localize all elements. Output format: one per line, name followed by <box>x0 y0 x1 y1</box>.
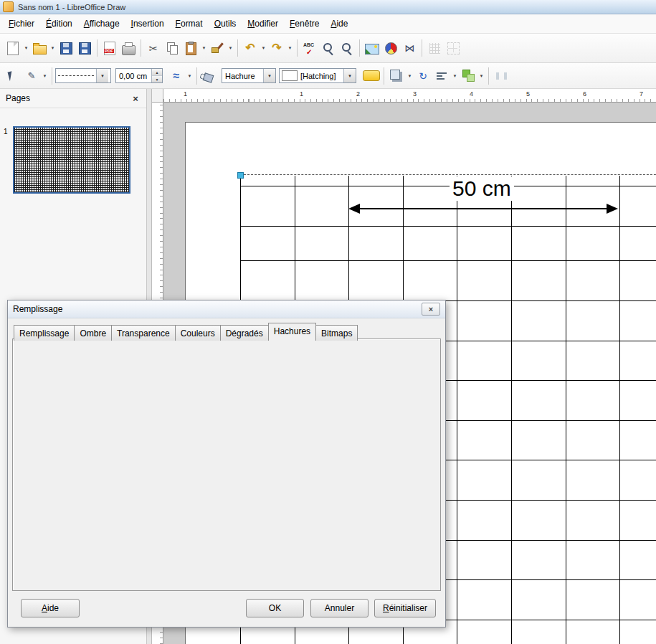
tab-couleurs[interactable]: Couleurs <box>175 325 221 341</box>
chevron-down-icon[interactable] <box>343 69 356 82</box>
arrange-button[interactable] <box>459 66 477 86</box>
insert-image-button[interactable] <box>363 38 381 58</box>
paint-bucket-icon <box>203 72 214 82</box>
image-icon <box>365 44 379 55</box>
tab-transparence[interactable]: Transparence <box>111 325 176 341</box>
dialog-tabs: Remplissage Ombre Transparence Couleurs … <box>14 323 357 341</box>
align-button[interactable] <box>432 66 451 86</box>
spelling-button[interactable] <box>300 38 319 58</box>
dialog-title-bar[interactable]: Remplissage <box>8 300 445 318</box>
tab-hachures[interactable]: Hachures <box>268 323 316 341</box>
menu-modifier[interactable]: Modifier <box>242 16 284 32</box>
menu-aide[interactable]: Aide <box>325 16 353 32</box>
edit-points-toggle-button[interactable]: ✎ <box>22 66 41 86</box>
ruler-number: 7 <box>640 90 643 98</box>
clone-formatting-dropdown[interactable] <box>227 38 234 58</box>
save-button[interactable] <box>57 38 75 58</box>
selection-handle[interactable] <box>237 172 244 179</box>
line-color-dropdown[interactable] <box>186 66 194 86</box>
fill-name-combobox[interactable]: [Hatching] <box>279 68 356 83</box>
line-style-combobox[interactable] <box>55 68 111 83</box>
area-color-icon <box>363 70 380 81</box>
ok-button[interactable]: OK <box>246 599 304 617</box>
menu-insertion[interactable]: Insertion <box>125 16 170 32</box>
menu-edition[interactable]: Édition <box>40 16 78 32</box>
distribute-button[interactable] <box>492 66 510 86</box>
select-tool-button[interactable] <box>4 66 22 86</box>
area-style-button[interactable] <box>362 66 381 86</box>
horizontal-ruler[interactable]: 1 1 2 3 4 5 6 7 <box>163 89 656 103</box>
distribute-icon <box>495 71 508 81</box>
toolbar-separator <box>422 39 422 57</box>
clipboard-icon <box>186 42 196 55</box>
dialog-close-button[interactable] <box>422 303 440 316</box>
zoom-button[interactable] <box>319 38 338 58</box>
tab-bitmaps[interactable]: Bitmaps <box>315 325 358 341</box>
dialog-title: Remplissage <box>13 304 62 314</box>
menu-fenetre[interactable]: Fenêtre <box>284 16 325 32</box>
menu-outils[interactable]: Outils <box>209 16 242 32</box>
edit-points-button[interactable]: ⋈ <box>400 38 419 58</box>
fill-name-value[interactable]: [Hatching] <box>298 72 343 80</box>
ruler-corner <box>152 89 163 103</box>
undo-button[interactable]: ↶ <box>241 38 260 58</box>
copy-button[interactable] <box>163 38 181 58</box>
fill-dialog: Remplissage Remplissage Ombre Transparen… <box>7 300 446 628</box>
magnifier-icon <box>323 42 335 55</box>
tab-remplissage[interactable]: Remplissage <box>14 325 75 341</box>
clone-formatting-button[interactable] <box>208 38 227 58</box>
menu-fichier[interactable]: Fichier <box>3 16 40 32</box>
save-as-button[interactable] <box>75 38 94 58</box>
new-drawing-dropdown[interactable] <box>22 38 30 58</box>
export-pdf-button[interactable] <box>100 38 119 58</box>
align-dropdown[interactable] <box>451 66 459 86</box>
open-button[interactable] <box>30 38 49 58</box>
fill-style-combobox[interactable]: Hachure <box>222 68 276 83</box>
save-icon <box>60 42 72 55</box>
redo-dropdown[interactable] <box>286 38 294 58</box>
reset-button[interactable]: Réinitialiser <box>374 599 436 617</box>
shadow-button[interactable] <box>387 66 406 86</box>
line-style-preview <box>58 75 94 76</box>
helplines-button[interactable] <box>444 38 462 58</box>
cancel-button[interactable]: Annuler <box>310 599 369 617</box>
line-width-spinbox[interactable]: 0,00 cm <box>115 68 163 83</box>
tab-degrades[interactable]: Dégradés <box>220 325 269 341</box>
pages-panel-header: Pages <box>0 89 146 108</box>
ruler-number: 4 <box>470 90 473 98</box>
menu-format[interactable]: Format <box>170 16 209 32</box>
arrange-dropdown[interactable] <box>477 66 485 86</box>
insert-chart-button[interactable] <box>381 38 400 58</box>
tab-ombre[interactable]: Ombre <box>74 325 112 341</box>
tab-content-frame <box>12 338 441 591</box>
menu-affichage[interactable]: Affichage <box>78 16 125 32</box>
redo-button[interactable]: ↷ <box>267 38 286 58</box>
area-fill-button[interactable] <box>200 66 219 86</box>
open-dropdown[interactable] <box>49 38 57 58</box>
display-grid-button[interactable] <box>425 38 444 58</box>
shadow-dropdown[interactable] <box>406 66 414 86</box>
helplines-icon <box>447 42 460 55</box>
find-replace-button[interactable] <box>338 38 356 58</box>
spin-up-icon[interactable] <box>152 69 162 76</box>
close-icon[interactable] <box>130 93 141 103</box>
page-thumbnail[interactable] <box>13 126 130 194</box>
chevron-down-icon[interactable] <box>96 69 108 82</box>
paste-dropdown[interactable] <box>200 38 208 58</box>
edit-points-dropdown[interactable] <box>41 66 49 86</box>
paste-button[interactable] <box>181 38 200 58</box>
print-button[interactable] <box>119 38 138 58</box>
chevron-down-icon[interactable] <box>263 69 275 82</box>
rotate-button[interactable]: ↻ <box>414 66 432 86</box>
menu-bar: Fichier Édition Affichage Insertion Form… <box>0 14 656 34</box>
new-drawing-button[interactable] <box>4 38 22 58</box>
pencil-icon: ✎ <box>28 71 36 80</box>
line-width-value[interactable]: 0,00 cm <box>116 72 151 80</box>
cut-button[interactable]: ✂ <box>144 38 163 58</box>
fill-style-value[interactable]: Hachure <box>222 72 263 80</box>
dimension-label: 50 cm <box>450 176 514 201</box>
line-color-button[interactable]: ≈ <box>167 66 186 86</box>
spin-down-icon[interactable] <box>152 76 162 82</box>
help-button[interactable]: Aide <box>21 599 80 617</box>
undo-dropdown[interactable] <box>260 38 267 58</box>
